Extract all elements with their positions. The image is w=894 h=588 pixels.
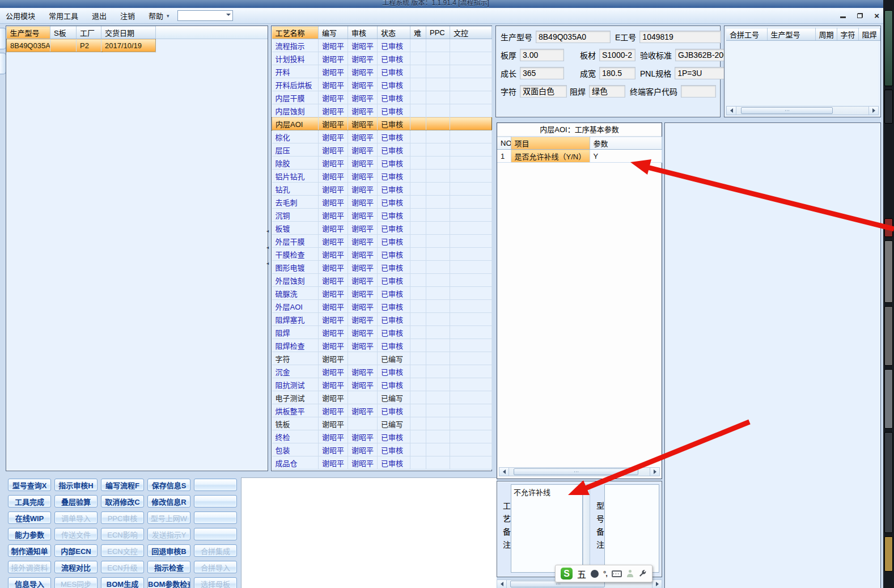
auditor-cell[interactable]: 谢昭平 xyxy=(348,52,378,65)
doc-control-cell[interactable] xyxy=(450,365,492,378)
process-row[interactable]: 铝片钻孔 谢昭平 谢昭平 已审核 xyxy=(272,170,492,183)
ppc-cell[interactable] xyxy=(426,248,450,261)
writer-cell[interactable]: 谢昭平 xyxy=(319,287,348,300)
process-name-cell[interactable]: 外层AOI xyxy=(272,300,319,313)
ppc-cell[interactable] xyxy=(426,300,450,313)
col-header-item[interactable]: 项目 xyxy=(511,137,590,150)
ppc-cell[interactable] xyxy=(426,352,450,365)
process-row[interactable]: 流程指示 谢昭平 谢昭平 已审核 xyxy=(272,39,492,52)
ppc-cell[interactable] xyxy=(426,143,450,156)
writer-cell[interactable]: 谢昭平 xyxy=(319,91,348,104)
action-button[interactable]: BOM生成 xyxy=(101,577,144,588)
ppc-cell[interactable] xyxy=(426,104,450,117)
process-remarks-textarea[interactable]: 不允许补线 xyxy=(511,484,583,573)
ppc-cell[interactable] xyxy=(426,78,450,91)
process-row[interactable]: 铣板 谢昭平 已编写 xyxy=(272,417,492,430)
status-cell[interactable]: 已审核 xyxy=(378,104,410,117)
auditor-cell[interactable]: 谢昭平 xyxy=(348,235,378,248)
action-button[interactable]: PPC审核 xyxy=(101,511,144,524)
difficulty-cell[interactable] xyxy=(410,117,426,130)
difficulty-cell[interactable] xyxy=(410,209,426,222)
process-row[interactable]: 沉金 谢昭平 谢昭平 已审核 xyxy=(272,365,492,378)
doc-control-cell[interactable] xyxy=(450,39,492,52)
writer-cell[interactable]: 谢昭平 xyxy=(319,104,348,117)
board-material-field[interactable]: S1000-2 xyxy=(599,49,635,61)
auditor-cell[interactable]: 谢昭平 xyxy=(348,365,378,378)
col-header-cycle[interactable]: 周期 xyxy=(815,28,837,41)
process-name-cell[interactable]: 内层AOI xyxy=(272,117,319,130)
writer-cell[interactable]: 谢昭平 xyxy=(319,261,348,274)
ppc-cell[interactable] xyxy=(426,417,450,430)
difficulty-cell[interactable] xyxy=(410,78,426,91)
legend-field[interactable]: 双面白色 xyxy=(520,85,567,98)
writer-cell[interactable]: 谢昭平 xyxy=(319,391,348,404)
process-row[interactable]: 内层AOI 谢昭平 谢昭平 已审核 xyxy=(272,117,492,130)
col-header-status[interactable]: 状态 xyxy=(378,27,410,39)
ppc-cell[interactable] xyxy=(426,235,450,248)
process-name-cell[interactable]: 外层蚀刻 xyxy=(272,274,319,287)
difficulty-cell[interactable] xyxy=(410,339,426,352)
auditor-cell[interactable]: 谢昭平 xyxy=(348,443,378,456)
auditor-cell[interactable]: 谢昭平 xyxy=(348,156,378,170)
process-row[interactable]: 阻焊检查 谢昭平 谢昭平 已审核 xyxy=(272,339,492,352)
process-name-cell[interactable]: 沉金 xyxy=(272,365,319,378)
action-button[interactable]: 保存信息S xyxy=(147,479,190,491)
status-cell[interactable]: 已编写 xyxy=(378,391,410,404)
col-header-factory[interactable]: 工厂 xyxy=(77,27,101,39)
doc-control-cell[interactable] xyxy=(450,313,492,326)
process-name-cell[interactable]: 字符 xyxy=(272,352,319,365)
writer-cell[interactable]: 谢昭平 xyxy=(319,222,348,235)
scroll-right-icon[interactable] xyxy=(868,107,878,115)
doc-control-cell[interactable] xyxy=(450,248,492,261)
col-header-difficulty[interactable]: 难 xyxy=(410,27,426,39)
process-name-cell[interactable]: 阻焊塞孔 xyxy=(272,313,319,326)
writer-cell[interactable]: 谢昭平 xyxy=(319,78,348,91)
process-row[interactable]: 阻焊 谢昭平 谢昭平 已审核 xyxy=(272,326,492,339)
splitter-arrow-icon[interactable]: ◂ xyxy=(266,261,271,266)
ppc-cell[interactable] xyxy=(426,326,450,339)
auditor-cell[interactable] xyxy=(348,391,378,404)
status-cell[interactable]: 已审核 xyxy=(378,143,410,156)
writer-cell[interactable]: 谢昭平 xyxy=(319,52,348,65)
scroll-left-icon[interactable] xyxy=(497,580,507,588)
minimize-icon[interactable] xyxy=(840,16,846,18)
ppc-cell[interactable] xyxy=(426,196,450,209)
action-button[interactable]: 编写流程F xyxy=(101,479,144,491)
s-board-cell[interactable] xyxy=(50,39,77,52)
col-header-doc-control[interactable]: 文控 xyxy=(450,27,492,39)
status-cell[interactable]: 已审核 xyxy=(378,300,410,313)
process-row[interactable]: 字符 谢昭平 已编写 xyxy=(272,352,492,365)
scrollbar-thumb[interactable] xyxy=(514,468,638,475)
col-header-no[interactable]: NO xyxy=(497,137,511,150)
difficulty-cell[interactable] xyxy=(410,443,426,456)
ppc-cell[interactable] xyxy=(426,65,450,78)
writer-cell[interactable]: 谢昭平 xyxy=(319,65,348,78)
doc-control-cell[interactable] xyxy=(450,156,492,170)
writer-cell[interactable]: 谢昭平 xyxy=(319,378,348,391)
difficulty-cell[interactable] xyxy=(410,156,426,170)
col-header-value[interactable]: 参数 xyxy=(590,137,662,150)
auditor-cell[interactable]: 谢昭平 xyxy=(348,274,378,287)
process-name-cell[interactable]: 铣板 xyxy=(272,417,319,430)
scroll-right-icon[interactable] xyxy=(650,468,659,476)
col-header-solder-mask[interactable]: 阻焊 xyxy=(858,28,880,41)
process-name-cell[interactable]: 沉铜 xyxy=(272,209,319,222)
process-name-cell[interactable]: 开料 xyxy=(272,65,319,78)
action-button[interactable]: BOM参数检查 xyxy=(147,577,190,588)
status-cell[interactable]: 已审核 xyxy=(378,456,410,469)
action-button[interactable]: 合拼集成 xyxy=(194,544,237,557)
status-cell[interactable]: 已审核 xyxy=(378,65,410,78)
process-row[interactable]: 板镀 谢昭平 谢昭平 已审核 xyxy=(272,222,492,235)
ppc-cell[interactable] xyxy=(426,222,450,235)
process-row[interactable]: 外层干膜 谢昭平 谢昭平 已审核 xyxy=(272,235,492,248)
param-value-cell[interactable]: Y xyxy=(590,150,662,163)
ppc-cell[interactable] xyxy=(426,156,450,170)
difficulty-cell[interactable] xyxy=(410,300,426,313)
auditor-cell[interactable]: 谢昭平 xyxy=(348,104,378,117)
process-name-cell[interactable]: 内层蚀刻 xyxy=(272,104,319,117)
model-row[interactable]: 8B49Q035A0 P2 2017/10/19 xyxy=(7,39,156,52)
difficulty-cell[interactable] xyxy=(410,104,426,117)
difficulty-cell[interactable] xyxy=(410,313,426,326)
action-button[interactable]: 型号上网W xyxy=(147,511,190,524)
process-row[interactable]: 图形电镀 谢昭平 谢昭平 已审核 xyxy=(272,261,492,274)
